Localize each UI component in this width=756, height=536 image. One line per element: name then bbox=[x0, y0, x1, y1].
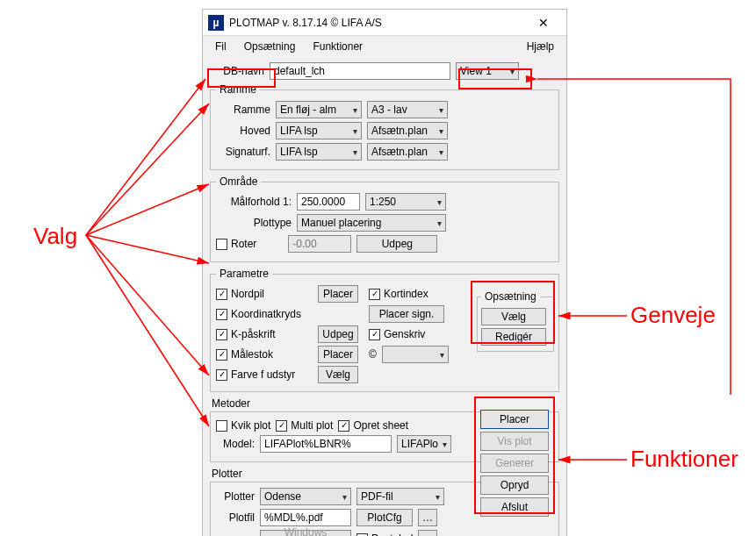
placer-sign-button[interactable]: Placer sign. bbox=[369, 305, 444, 323]
roter-input bbox=[288, 235, 351, 253]
titlebar: µ PLOTMAP v. 8.17.14 © LIFA A/S ✕ bbox=[203, 10, 566, 36]
placer-button[interactable]: Placer bbox=[480, 410, 549, 429]
pentabel-browse-button[interactable]: … bbox=[418, 530, 437, 536]
nordpil-placer-button[interactable]: Placer bbox=[318, 285, 358, 303]
maal-label: Målforhold 1: bbox=[216, 196, 292, 208]
maal-combo[interactable]: 1:250 bbox=[365, 193, 446, 211]
kpaaskrift-check[interactable]: K-påskrift bbox=[216, 328, 313, 340]
opret-check[interactable]: Opret sheet bbox=[338, 419, 408, 432]
nordpil-check[interactable]: Nordpil bbox=[216, 288, 313, 300]
kortindex-check[interactable]: Kortindex bbox=[369, 288, 428, 300]
opryd-button[interactable]: Opryd bbox=[480, 475, 549, 495]
plotter-label: Plotter bbox=[216, 490, 255, 503]
svg-line-5 bbox=[86, 235, 209, 426]
plotter-combo1[interactable]: Odense bbox=[260, 488, 351, 505]
svg-line-4 bbox=[86, 235, 209, 375]
maal-input[interactable] bbox=[297, 193, 360, 211]
menu-fil[interactable]: Fil bbox=[208, 39, 234, 54]
farve-check[interactable]: Farve f udstyr bbox=[216, 368, 313, 381]
signatur-combo2[interactable]: Afsætn.plan bbox=[367, 143, 448, 161]
roter-check[interactable]: Roter bbox=[216, 238, 256, 250]
menu-hjaelp[interactable]: Hjælp bbox=[520, 39, 561, 54]
hoved-label: Hoved bbox=[216, 125, 270, 137]
model-label: Model: bbox=[216, 438, 255, 450]
svg-line-1 bbox=[86, 104, 209, 235]
copyright-label: © bbox=[369, 348, 377, 361]
plotfil-label: Plotfil bbox=[216, 511, 255, 524]
menu-funktioner[interactable]: Funktioner bbox=[306, 39, 370, 54]
plotcfg-button[interactable]: PlotCfg bbox=[356, 509, 413, 526]
visplot-button[interactable]: Vis plot bbox=[480, 432, 549, 451]
model-combo[interactable]: LIFAPlo bbox=[397, 435, 451, 453]
opsaetning-legend: Opsætning bbox=[481, 290, 540, 303]
signatur-combo1[interactable]: LIFA lsp bbox=[276, 143, 362, 161]
kvik-check[interactable]: Kvik plot bbox=[216, 419, 270, 432]
anno-valg: Valg bbox=[33, 223, 77, 250]
menu-opsaetning[interactable]: Opsætning bbox=[237, 39, 303, 54]
anno-funktioner: Funktioner bbox=[630, 446, 738, 473]
ramme-legend: Ramme bbox=[216, 83, 260, 96]
hoved-combo1[interactable]: LIFA lsp bbox=[276, 122, 362, 139]
app-icon: µ bbox=[208, 15, 224, 31]
maalestok-check[interactable]: Målestok bbox=[216, 348, 313, 361]
ramme-combo1[interactable]: En fløj - alm bbox=[276, 101, 362, 118]
svg-line-2 bbox=[86, 184, 209, 235]
koordinatkryds-check[interactable]: Koordinatkryds bbox=[216, 308, 313, 320]
ops-vaelg-button[interactable]: Vælg bbox=[481, 308, 546, 325]
db-input[interactable] bbox=[270, 62, 450, 80]
action-stack: Placer Vis plot Generer Opryd Afslut bbox=[480, 410, 549, 517]
genskriv-check[interactable]: Genskriv bbox=[369, 328, 425, 340]
plottype-label: Plottype bbox=[216, 217, 292, 229]
ramme-group: Ramme Ramme En fløj - alm A3 - lav Hoved… bbox=[210, 83, 559, 170]
hoved-combo2[interactable]: Afsætn.plan bbox=[367, 122, 448, 139]
view-combo[interactable]: View 1 bbox=[456, 62, 519, 80]
ramme-combo2[interactable]: A3 - lav bbox=[367, 101, 448, 118]
close-icon[interactable]: ✕ bbox=[526, 10, 561, 35]
view-value: View 1 bbox=[460, 65, 492, 77]
omraade-group: Område Målforhold 1: 1:250 Plottype Manu… bbox=[210, 175, 559, 262]
afslut-button[interactable]: Afslut bbox=[480, 497, 549, 517]
plotcfg-browse-button[interactable]: … bbox=[418, 509, 437, 526]
plotfil-input[interactable] bbox=[260, 509, 351, 526]
maalestok-placer-button[interactable]: Placer bbox=[318, 346, 358, 363]
parametre-legend: Parametre bbox=[216, 268, 272, 280]
menubar: Fil Opsætning Funktioner Hjælp bbox=[203, 36, 566, 57]
svg-line-0 bbox=[86, 79, 205, 235]
plotter-combo2[interactable]: PDF-fil bbox=[356, 488, 444, 505]
window-title: PLOTMAP v. 8.17.14 © LIFA A/S bbox=[229, 17, 526, 29]
anno-genveje: Genveje bbox=[630, 302, 716, 329]
pentabel-check[interactable]: Pentabel bbox=[356, 532, 413, 536]
ops-rediger-button[interactable]: Redigér bbox=[481, 328, 546, 346]
kpaaskrift-udpeg-button[interactable]: Udpeg bbox=[318, 325, 358, 343]
copyright-combo[interactable] bbox=[382, 346, 449, 363]
ramme-label: Ramme bbox=[216, 104, 270, 116]
svg-line-3 bbox=[86, 235, 209, 263]
windows-printer-button[interactable]: Windows printer bbox=[260, 530, 351, 536]
signatur-label: Signaturf. bbox=[216, 146, 270, 158]
generer-button[interactable]: Generer bbox=[480, 454, 549, 473]
farve-vaelg-button[interactable]: Vælg bbox=[318, 366, 358, 383]
multi-check[interactable]: Multi plot bbox=[276, 419, 333, 432]
model-input[interactable] bbox=[260, 435, 392, 453]
db-label: DB-navn bbox=[210, 65, 264, 77]
plottype-combo[interactable]: Manuel placering bbox=[297, 214, 446, 232]
udpeg-button[interactable]: Udpeg bbox=[356, 235, 437, 253]
omraade-legend: Område bbox=[216, 175, 261, 188]
opsaetning-group: Opsætning Vælg Redigér bbox=[477, 290, 554, 352]
metoder-legend: Metoder bbox=[212, 397, 559, 410]
